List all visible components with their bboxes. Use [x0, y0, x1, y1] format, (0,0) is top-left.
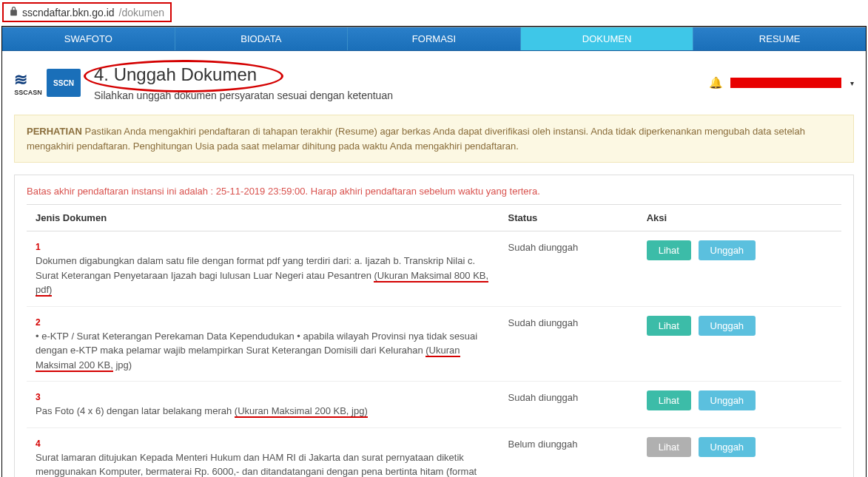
doc-description: • e-KTP / Surat Keterangan Perekaman Dat…: [36, 331, 477, 356]
header-row: ≋ SSCASN SSCN 4. Unggah Dokumen Silahkan…: [2, 51, 866, 109]
logo-group: ≋ SSCASN SSCN: [14, 69, 81, 97]
page-title: 4. Unggah Dokumen: [94, 64, 257, 85]
logo-sscasn: ≋ SSCASN: [14, 69, 42, 97]
tab-swafoto[interactable]: SWAFOTO: [2, 27, 175, 50]
row-number: 4: [36, 437, 491, 450]
chevron-down-icon[interactable]: ▾: [850, 79, 854, 87]
row-number: 1: [36, 240, 491, 254]
row-number: 2: [36, 316, 491, 329]
header-aksi: Aksi: [638, 205, 841, 231]
tab-formasi[interactable]: FORMASI: [348, 27, 521, 50]
table-row: 4 Surat lamaran ditujukan Kepada Menteri…: [27, 427, 841, 477]
doc-status: Sudah diunggah: [499, 231, 638, 307]
document-table: Jenis Dokumen Status Aksi 1 Dokumen diga…: [27, 204, 841, 477]
doc-description: Pas Foto (4 x 6) dengan latar belakang m…: [36, 405, 235, 416]
alert-text: Pastikan Anda mengakhiri pendaftaran di …: [27, 126, 805, 152]
unggah-button[interactable]: Unggah: [699, 316, 756, 336]
title-block: 4. Unggah Dokumen Silahkan unggah dokume…: [94, 64, 393, 101]
content-box: Batas akhir pendaftaran instansi ini ada…: [14, 175, 854, 477]
lihat-button[interactable]: Lihat: [647, 390, 691, 410]
table-row: 3 Pas Foto (4 x 6) dengan latar belakang…: [27, 382, 841, 428]
doc-description: Surat lamaran ditujukan Kepada Menteri H…: [36, 452, 477, 478]
header-right: 🔔 ▾: [709, 76, 854, 89]
lihat-button[interactable]: Lihat: [647, 316, 691, 336]
user-menu[interactable]: [730, 78, 841, 88]
page-subtitle: Silahkan unggah dokumen persyaratan sesu…: [94, 89, 393, 101]
unggah-button[interactable]: Unggah: [699, 390, 756, 410]
lihat-button: Lihat: [647, 437, 691, 457]
header-status: Status: [499, 205, 638, 231]
header-jenis-dokumen: Jenis Dokumen: [27, 205, 499, 231]
lihat-button[interactable]: Lihat: [647, 240, 691, 260]
url-bar[interactable]: sscndaftar.bkn.go.id/dokumen: [2, 2, 172, 22]
table-row: 1 Dokumen digabungkan dalam satu file de…: [27, 231, 841, 307]
tab-resume[interactable]: RESUME: [693, 27, 866, 50]
url-path: /dokumen: [119, 7, 164, 18]
unggah-button[interactable]: Unggah: [699, 437, 756, 457]
alert-box: PERHATIAN Pastikan Anda mengakhiri penda…: [14, 115, 854, 163]
bell-icon[interactable]: 🔔: [709, 76, 723, 89]
tab-dokumen[interactable]: DOKUMEN: [521, 27, 694, 50]
alert-label: PERHATIAN: [27, 126, 82, 137]
doc-status: Sudah diunggah: [499, 306, 638, 382]
doc-status: Belum diunggah: [499, 427, 638, 477]
url-domain: sscndaftar.bkn.go.id: [22, 7, 115, 18]
doc-size-limit: (Ukuran Maksimal 200 KB, jpg): [235, 405, 368, 418]
unggah-button[interactable]: Unggah: [699, 240, 756, 260]
nav-tabs: SWAFOTO BIODATA FORMASI DOKUMEN RESUME: [2, 27, 866, 51]
tab-biodata[interactable]: BIODATA: [175, 27, 349, 50]
row-number: 3: [36, 390, 491, 404]
deadline-text: Batas akhir pendaftaran instansi ini ada…: [27, 186, 841, 197]
table-row: 2 • e-KTP / Surat Keterangan Perekaman D…: [27, 306, 841, 382]
doc-description-post: jpg): [113, 359, 132, 371]
logo-sscn: SSCN: [47, 69, 81, 97]
main-content: SWAFOTO BIODATA FORMASI DOKUMEN RESUME ≋…: [1, 26, 867, 477]
lock-icon: [10, 6, 18, 18]
doc-status: Sudah diunggah: [499, 382, 638, 428]
